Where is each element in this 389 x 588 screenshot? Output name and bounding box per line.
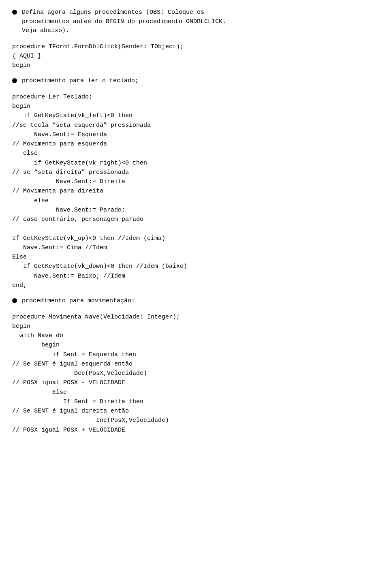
code-line: If Sent = Direita then: [12, 397, 377, 406]
bullet-icon: [12, 78, 17, 83]
code-line: procedure Ler_Teclado;: [12, 92, 377, 102]
intro-text: Defina agora alguns procedimentos (OBS: …: [22, 8, 377, 36]
code-line: // caso contrário, personagem parado: [12, 215, 377, 224]
code-line: Nave.Sent:= Direita: [12, 177, 377, 186]
code-line: begin: [12, 61, 377, 70]
code-line: // Se SENT é igual esquerda então: [12, 359, 377, 369]
keyboard-text: procedimento para ler o teclado;: [22, 77, 377, 86]
code-line: with Nave do: [12, 331, 377, 340]
code-line: if GetKeyState(vk_right)<0 then: [12, 158, 377, 168]
code-line: Else: [12, 388, 377, 397]
code-line: // Se SENT é igual direita então: [12, 406, 377, 416]
code-line: Inc(PosX,Velocidade): [12, 416, 377, 425]
bullet-icon: [12, 298, 17, 303]
code-line: // se “seta direita” pressionada: [12, 168, 377, 177]
code-line: { AQUI }: [12, 51, 377, 61]
code-section-2: procedure Ler_Teclado; begin if GetKeySt…: [12, 92, 377, 290]
code-line: Nave.Sent:= Esquerda: [12, 130, 377, 139]
intro-section: Defina agora alguns procedimentos (OBS: …: [12, 8, 377, 36]
code-line: [12, 224, 377, 233]
movimento-text: procedimento para movimentação:: [22, 297, 377, 306]
code-section-3: procedure Movimenta_Nave(Velocidade: Int…: [12, 312, 377, 435]
code-line: procedure Movimenta_Nave(Velocidade: Int…: [12, 312, 377, 322]
code-line: if Sent = Esquerda then: [12, 350, 377, 359]
keyboard-section: procedimento para ler o teclado;: [12, 77, 377, 86]
code-section-1: procedure TForm1.FormDblClick(Sender: TO…: [12, 42, 377, 71]
code-line: Else: [12, 252, 377, 262]
code-line: Nave.Sent:= Parado;: [12, 205, 377, 215]
code-line: // Movimento para esquerda: [12, 139, 377, 149]
code-line: else: [12, 149, 377, 158]
code-line: // Movimenta para direita: [12, 186, 377, 196]
code-line: Nave.Sent:= Cima //Idem: [12, 243, 377, 252]
code-line: if GetKeyState(vk_left)<0 then: [12, 111, 377, 120]
code-line: begin: [12, 322, 377, 331]
code-line: Nave.Sent:= Baixo; //Idem: [12, 272, 377, 281]
bullet-icon: [12, 10, 17, 15]
code-line: //se tecla “seta esquerda” pressionada: [12, 121, 377, 130]
code-line: // POSX igual POSX + VELOCIDADE: [12, 425, 377, 435]
movimento-section: procedimento para movimentação:: [12, 297, 377, 306]
code-line: end;: [12, 281, 377, 290]
code-line: Dec(PosX,Velocidade): [12, 369, 377, 378]
code-line: // POSX igual POSX - VELOCIDADE: [12, 378, 377, 387]
code-line: begin: [12, 102, 377, 111]
code-line: procedure TForm1.FormDblClick(Sender: TO…: [12, 42, 377, 51]
code-line: If GetKeyState(vk_up)<0 then //Idem (cim…: [12, 234, 377, 243]
main-content: Defina agora alguns procedimentos (OBS: …: [12, 8, 377, 435]
code-line: begin: [12, 340, 377, 350]
code-line: If GetKeyState(vk_down)<0 then //Idem (b…: [12, 262, 377, 271]
code-line: else: [12, 196, 377, 205]
